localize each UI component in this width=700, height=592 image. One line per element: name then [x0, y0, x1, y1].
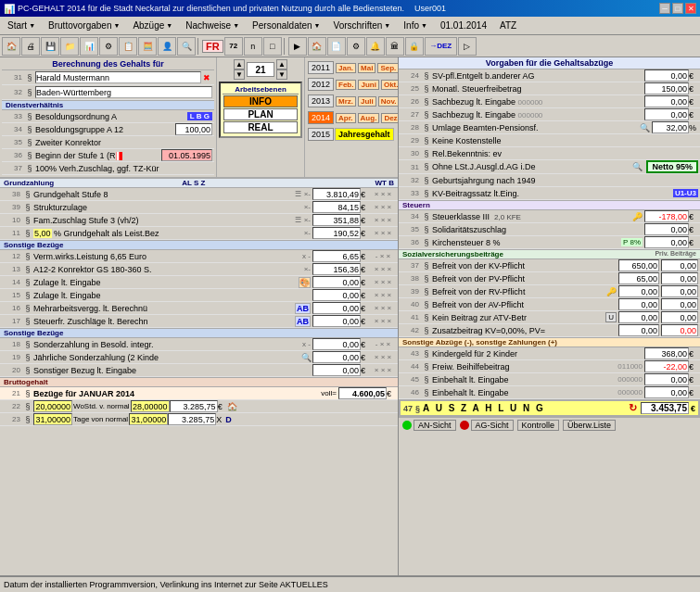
r43-value[interactable]: [644, 347, 689, 359]
spinner-down2[interactable]: ▼: [276, 69, 287, 80]
r37-val2[interactable]: [661, 259, 698, 271]
r45-value[interactable]: [644, 373, 689, 385]
minimize-button[interactable]: ─: [659, 3, 670, 14]
r38r-val2[interactable]: [661, 272, 698, 284]
maximize-button[interactable]: □: [672, 3, 683, 14]
year-2012-btn[interactable]: 2012: [308, 78, 334, 91]
menu-bruttovorgaben[interactable]: Bruttovorgaben ▼: [43, 19, 125, 32]
tb-btn-search[interactable]: 🔍: [177, 37, 196, 56]
r13-value[interactable]: [312, 263, 361, 275]
r16-value[interactable]: [312, 302, 361, 314]
tb-btn-right4[interactable]: ⚙: [347, 37, 365, 56]
month-jul-btn[interactable]: Juli: [358, 96, 376, 107]
r24-value[interactable]: [644, 69, 689, 82]
r11-value[interactable]: [312, 227, 361, 239]
r36-value[interactable]: [644, 236, 689, 248]
r41-val1[interactable]: [618, 311, 659, 323]
month-jun-btn[interactable]: Juni: [358, 80, 378, 90]
tb-btn-right2[interactable]: 🏠: [308, 37, 326, 56]
ae-real-btn[interactable]: REAL: [223, 121, 298, 133]
jahresgehalt-btn[interactable]: Jahresgehalt: [335, 128, 394, 141]
r34-input[interactable]: [175, 123, 212, 135]
tb-btn-right3[interactable]: 📄: [327, 37, 346, 56]
r34-value[interactable]: [644, 210, 689, 222]
menu-abzuge[interactable]: Abzüge ▼: [127, 19, 178, 32]
r36-date[interactable]: [161, 149, 212, 161]
tb-btn-dez[interactable]: →DEZ: [425, 37, 457, 56]
r41-val2[interactable]: [661, 311, 698, 323]
r23-val2[interactable]: [129, 413, 168, 425]
month-sep-btn[interactable]: Sep.: [377, 63, 399, 73]
r27-value[interactable]: [644, 108, 689, 120]
r44-value[interactable]: [644, 360, 689, 372]
tb-btn-right6[interactable]: 🏛: [386, 37, 404, 56]
r22-val1[interactable]: [33, 400, 72, 412]
spinner-up[interactable]: ▲: [234, 59, 245, 69]
month-aug-btn[interactable]: Aug.: [358, 113, 380, 123]
tb-btn-chart[interactable]: 📊: [80, 37, 98, 56]
menu-personaldaten[interactable]: Personaldaten ▼: [247, 19, 325, 32]
month-nov-btn[interactable]: Nov.: [378, 96, 399, 107]
tb-btn-home[interactable]: 🏠: [2, 37, 20, 56]
r19-value[interactable]: [312, 351, 361, 363]
month-mrz-btn[interactable]: Mrz.: [336, 96, 356, 107]
r39-value[interactable]: [312, 201, 361, 213]
year-2013-btn[interactable]: 2013: [308, 94, 334, 107]
r40-val1[interactable]: [618, 298, 659, 310]
month-jan-btn[interactable]: Jan.: [336, 63, 356, 73]
tb-btn-extra1[interactable]: □: [263, 37, 282, 56]
delete-icon[interactable]: ✖: [203, 73, 210, 82]
menu-vorschriften[interactable]: Vorschriften ▼: [328, 19, 397, 32]
r38-value[interactable]: [312, 188, 361, 200]
tb-btn-right7[interactable]: 🔒: [405, 37, 424, 56]
name-input[interactable]: [35, 71, 201, 83]
uberw-btn[interactable]: Überw.Liste: [563, 420, 616, 431]
month-dez-btn[interactable]: Dez.: [381, 113, 399, 123]
year-2011-btn[interactable]: 2011: [308, 61, 334, 74]
r42-val2[interactable]: [661, 324, 698, 336]
month-okt-btn[interactable]: Okt.: [381, 80, 399, 90]
tb-btn-calc[interactable]: 🧮: [138, 37, 157, 56]
menu-nachweise[interactable]: Nachweise ▼: [180, 19, 245, 32]
r22-result[interactable]: [170, 400, 218, 412]
r17-value[interactable]: [312, 315, 361, 327]
r46-value[interactable]: [644, 386, 689, 398]
tb-btn-settings[interactable]: ⚙: [99, 37, 118, 56]
auszahlung-value[interactable]: [641, 402, 689, 414]
tb-btn-right1[interactable]: ▶: [288, 37, 307, 56]
menu-atz[interactable]: ATZ: [494, 19, 522, 32]
r22-val2[interactable]: [131, 400, 170, 412]
ae-info-btn[interactable]: INFO: [223, 95, 298, 107]
r23-result[interactable]: [168, 413, 216, 425]
r39r-val2[interactable]: [661, 285, 698, 297]
r12-value[interactable]: [312, 250, 361, 262]
close-button[interactable]: ✕: [685, 3, 696, 14]
an-sicht-btn[interactable]: AN-Sicht: [414, 420, 456, 431]
tb-btn-print[interactable]: 🖨: [21, 37, 40, 56]
r28-value[interactable]: [652, 121, 689, 133]
menu-start[interactable]: Start ▼: [2, 19, 41, 32]
r20-value[interactable]: [312, 364, 361, 376]
r18-value[interactable]: [312, 338, 361, 350]
month-mai-btn[interactable]: Mai: [358, 63, 375, 73]
r25-value[interactable]: [644, 82, 689, 94]
tb-btn-right5[interactable]: 🔔: [366, 37, 385, 56]
r39r-val1[interactable]: [618, 285, 659, 297]
menu-date[interactable]: 01.01.2014: [435, 19, 492, 32]
tb-btn-72[interactable]: 72: [224, 37, 243, 56]
spinner-up2[interactable]: ▲: [276, 59, 287, 69]
tb-btn-last[interactable]: ▷: [458, 37, 477, 56]
r42-val1[interactable]: [618, 324, 659, 336]
month-feb-btn[interactable]: Feb.: [336, 80, 356, 90]
refresh-icon[interactable]: ↻: [629, 402, 637, 414]
year-2015-btn[interactable]: 2015: [308, 128, 334, 141]
tb-btn-n[interactable]: n: [244, 37, 262, 56]
year-2014-btn[interactable]: 2014: [308, 111, 334, 124]
month-apr-btn[interactable]: Apr.: [336, 113, 356, 123]
tb-btn-person[interactable]: 👤: [158, 37, 176, 56]
menu-info[interactable]: Info ▼: [398, 19, 433, 32]
tb-btn-folder[interactable]: 📁: [60, 37, 79, 56]
r37-val1[interactable]: [618, 259, 659, 271]
r40-val2[interactable]: [661, 298, 698, 310]
city-input[interactable]: [35, 86, 212, 98]
